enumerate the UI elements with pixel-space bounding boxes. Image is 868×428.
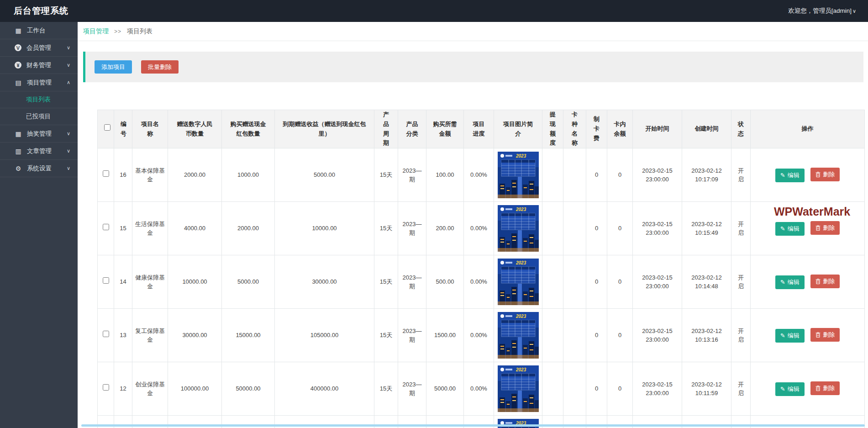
edit-button[interactable]: ✎ 编辑 [775, 275, 805, 289]
cell-actions: ✎ 编辑 删除 [751, 255, 865, 309]
select-all-checkbox[interactable] [104, 124, 110, 131]
welcome-text: 欢迎您，管理员[admin] [788, 7, 852, 14]
table-row: 13 复工保障基金 30000.00 15000.00 105000.00 15… [98, 309, 865, 362]
add-project-button[interactable]: 添加项目 [95, 60, 132, 74]
cell-actions: ✎ 编辑 删除 [751, 309, 865, 362]
column-header: 项目名称 [132, 110, 168, 148]
cell-id: 14 [114, 255, 132, 309]
cell-matured-income: 30000.00 [275, 255, 374, 309]
cell-id: 15 [114, 202, 132, 255]
delete-button[interactable]: 删除 [810, 381, 840, 395]
cell-matured-income: 10000.00 [275, 202, 374, 255]
cell-card-balance: 0 [607, 148, 633, 202]
sidebar-subitem-invested-projects[interactable]: 已投项目 [0, 108, 78, 125]
edit-pencil-icon: ✎ [780, 172, 785, 179]
chevron-down-icon: ∨ [67, 45, 70, 51]
row-checkbox[interactable] [103, 331, 109, 337]
column-header: 卡种名称 [563, 110, 586, 148]
delete-button[interactable]: 删除 [810, 328, 840, 342]
delete-button[interactable]: 删除 [810, 168, 840, 181]
row-checkbox[interactable] [103, 170, 109, 177]
column-header: 项目图片简介 [494, 110, 542, 148]
edit-button[interactable]: ✎ 编辑 [775, 169, 805, 182]
cell-matured-income: 5000.00 [275, 148, 374, 202]
cell-cash-redpacket: 50000.00 [222, 362, 275, 416]
cell-status: 开启 [731, 362, 751, 416]
column-header: 制卡费 [586, 110, 607, 148]
svg-text:2023: 2023 [516, 367, 526, 372]
cell-actions: ✎ 编辑 删除 [751, 148, 865, 202]
sidebar-item-members[interactable]: V 会员管理 ∨ [0, 39, 78, 57]
chevron-down-icon: ∨ [67, 165, 70, 171]
cell-withdraw-quota [542, 309, 563, 362]
cell-card-fee: 0 [586, 362, 607, 416]
edit-button[interactable]: ✎ 编辑 [775, 329, 805, 343]
table-row: 16 基本保障基金 2000.00 1000.00 5000.00 15天 20… [98, 148, 865, 202]
cell-id: 12 [114, 362, 132, 416]
cell-project-image: 2023 [494, 362, 542, 416]
breadcrumb-parent[interactable]: 项目管理 [83, 27, 109, 36]
trash-icon [815, 332, 821, 338]
sidebar-subitem-project-list[interactable]: 项目列表 [0, 91, 78, 108]
admin-app: 后台管理系统 欢迎您，管理员[admin]∨ ▦ 工作台 V 会员管理 ∨ ¥ … [0, 0, 868, 428]
cell-status: 开启 [731, 202, 751, 255]
table-row: 12 创业保障基金 100000.00 50000.00 400000.00 1… [98, 362, 865, 416]
project-image: 2023 [498, 152, 539, 198]
cell-category: 2023—期 [398, 202, 426, 255]
user-menu[interactable]: 欢迎您，管理员[admin]∨ [788, 7, 856, 15]
project-icon: ▤ [15, 79, 22, 86]
cell-project-image: 2023 [494, 202, 542, 255]
horizontal-scrollbar[interactable] [81, 424, 865, 427]
cell-project-name: 生活保障基金 [132, 202, 168, 255]
column-header: 产品周期 [374, 110, 398, 148]
batch-delete-button[interactable]: 批量删除 [141, 60, 179, 74]
cell-actions: ✎ 编辑 删除 [751, 362, 865, 416]
cell-card-fee: 0 [586, 255, 607, 309]
sidebar-item-finance[interactable]: ¥ 财务管理 ∨ [0, 57, 78, 74]
cell-cycle: 15天 [374, 202, 398, 255]
column-header: 操作 [751, 110, 865, 148]
sidebar-item-projects[interactable]: ▤ 项目管理 ∧ [0, 74, 78, 91]
column-header: 到期赠送收益（赠送到现金红包里） [275, 110, 374, 148]
cell-project-name: 健康保障基金 [132, 255, 168, 309]
row-checkbox[interactable] [103, 277, 109, 284]
project-table-wrap: 编号项目名称赠送数字人民币数量购买赠送现金红包数量到期赠送收益（赠送到现金红包里… [97, 110, 868, 428]
chevron-up-icon: ∧ [67, 79, 70, 85]
row-checkbox[interactable] [103, 224, 109, 230]
cell-create-time: 2023-02-12 10:15:49 [682, 202, 731, 255]
cell-digital-rmb: 100000.00 [168, 362, 222, 416]
cell-digital-rmb: 10000.00 [168, 255, 222, 309]
sidebar-item-settings[interactable]: ⚙ 系统设置 ∨ [0, 160, 78, 177]
sidebar-item-lottery[interactable]: ▦ 抽奖管理 ∨ [0, 125, 78, 143]
cell-progress: 0.00% [464, 148, 494, 202]
sidebar-item-workbench[interactable]: ▦ 工作台 [0, 22, 78, 39]
column-header: 提现额度 [542, 110, 563, 148]
trash-icon [815, 279, 821, 284]
cell-card-balance: 0 [607, 309, 633, 362]
cell-create-time: 2023-02-12 10:13:16 [682, 309, 731, 362]
cell-id: 16 [114, 148, 132, 202]
cell-card-name [563, 362, 586, 416]
row-checkbox[interactable] [103, 384, 109, 391]
cell-matured-income: 400000.00 [275, 362, 374, 416]
cell-start-time: 2023-02-15 23:00:00 [633, 255, 682, 309]
cell-matured-income: 105000.00 [275, 309, 374, 362]
cell-card-balance: 0 [607, 362, 633, 416]
project-image: 2023 [498, 205, 539, 252]
article-icon: ▥ [15, 148, 22, 155]
delete-button[interactable]: 删除 [810, 221, 840, 235]
edit-button[interactable]: ✎ 编辑 [775, 382, 805, 396]
cell-cash-redpacket: 15000.00 [222, 309, 275, 362]
cell-card-name [563, 309, 586, 362]
delete-button[interactable]: 删除 [810, 275, 840, 288]
grid-icon: ▦ [15, 27, 22, 34]
cell-status: 开启 [731, 255, 751, 309]
breadcrumb-current: 项目列表 [127, 27, 153, 36]
sidebar-item-articles[interactable]: ▥ 文章管理 ∨ [0, 143, 78, 160]
edit-button[interactable]: ✎ 编辑 [775, 222, 805, 236]
main-content: 项目管理 >> 项目列表 添加项目 批量删除 [78, 22, 868, 428]
svg-text:2023: 2023 [516, 207, 526, 212]
cell-cycle: 15天 [374, 255, 398, 309]
chevron-down-icon: ∨ [67, 148, 70, 154]
cell-cycle: 15天 [374, 148, 398, 202]
